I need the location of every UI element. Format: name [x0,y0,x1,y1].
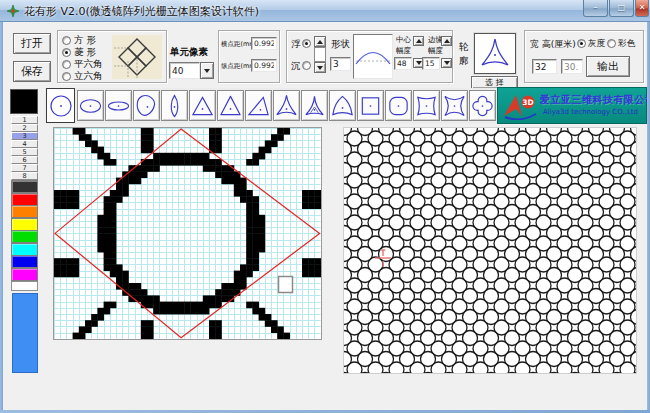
pixel-editor-canvas[interactable] [53,127,322,340]
shape-flat-ellipse-button[interactable] [105,90,132,121]
shape-triangle-button[interactable] [189,90,216,121]
center-amp-input[interactable] [394,57,412,70]
shape-triangle-2-button[interactable] [217,90,244,121]
title-bar[interactable]: 花有形 V2.0(微透镜阵列光栅立体图案设计软件) – □ ✕ [0,0,650,22]
preview-cursor-marker [374,248,392,268]
shape-quatrefoil-button[interactable] [469,90,496,121]
close-button[interactable]: ✕ [635,0,649,17]
outline-label: 轮廓 [459,40,471,69]
edge-amp-down[interactable] [441,58,452,68]
window-border-left [0,22,3,413]
save-button[interactable]: 保存 [13,61,51,82]
company-name-english: Aliya3d technology CO.,Ltd [543,108,638,116]
palette-swatch[interactable] [11,243,38,256]
svg-text:3D: 3D [522,98,533,107]
palette-swatch[interactable] [11,193,38,206]
radio-flat-hex[interactable] [62,60,71,69]
edge-amp-input[interactable] [422,57,440,70]
profile-curve-preview [353,34,393,79]
shape-skew-triangle-button[interactable] [245,90,272,121]
relief-spinner-down[interactable] [314,62,326,73]
arrow-up-icon [317,40,323,44]
unit-pixel-input[interactable] [169,62,200,79]
palette-swatch[interactable] [11,205,38,218]
arrow-down-icon [444,61,450,65]
shape-rounded-square-button[interactable] [385,90,412,121]
layer-item[interactable]: 6 [11,156,38,164]
shape-pillow-square-button[interactable] [413,90,440,121]
shape-leaf-button[interactable] [161,90,188,121]
palette-swatch[interactable] [11,255,38,268]
palette-swatch[interactable] [11,268,38,281]
open-button[interactable]: 打开 [13,33,51,54]
float-label: 浮 [291,38,301,51]
layer-item[interactable]: 4 [11,140,38,148]
shape-circle-button[interactable] [46,88,75,123]
arrangement-preview-icon [112,35,162,79]
shape-tri-star-2-button[interactable] [301,90,328,121]
output-button[interactable]: 输出 [586,56,630,77]
layer-item[interactable]: 2 [11,124,38,132]
edge-amp-up[interactable] [441,36,452,46]
app-icon [6,4,20,18]
palette-swatch[interactable] [11,230,38,243]
shape-tri-star-button[interactable] [273,90,300,121]
arrow-up-icon [416,39,422,43]
shape-square-button[interactable] [357,90,384,121]
company-logo-panel: 3D 爱立亚三维科技有限公司 Aliya3d technology CO.,Lt… [497,87,647,124]
layer-item[interactable]: 5 [11,148,38,156]
color-label: 彩色 [618,38,635,50]
layer-item[interactable]: 3 [11,132,38,140]
arrow-up-icon [444,39,450,43]
company-logo-icon: 3D [501,92,539,120]
sink-label: 沉 [291,60,301,73]
radio-float[interactable] [302,39,311,48]
white-color-swatch[interactable] [11,281,38,291]
palette-swatch[interactable] [11,218,38,231]
shape-concave-square-button[interactable] [441,90,468,121]
export-width-input[interactable] [532,59,557,74]
unit-pixel-dropdown-button[interactable] [200,62,214,79]
arrow-down-icon [317,66,323,70]
arrow-down-icon [416,61,422,65]
radio-square[interactable] [62,36,71,45]
layer-item[interactable]: 7 [11,164,38,172]
shape-count-label: 形状 [331,38,350,51]
export-size-label: 宽 高(厘米) [530,38,576,51]
radio-std-hex-label: 立六角 [74,70,103,83]
company-name: 爱立亚三维科技有限公司 [540,93,650,107]
radio-color[interactable] [607,39,616,48]
shape-count-input[interactable] [330,57,351,71]
center-amp-label: 中心幅度 [396,35,412,56]
application-window: 花有形 V2.0(微透镜阵列光栅立体图案设计软件) – □ ✕ 打开 保存 方 … [0,0,650,413]
radio-grayscale[interactable] [577,39,586,48]
relief-spinner-track[interactable] [314,47,326,62]
outline-shape-preview [474,33,516,74]
chevron-down-icon [204,69,210,73]
maximize-button[interactable]: □ [609,0,634,17]
export-height-input[interactable] [561,59,583,74]
radio-diamond[interactable] [62,48,71,57]
palette-swatch[interactable] [11,180,38,193]
unit-pixel-label: 单元像素 [170,46,208,59]
grayscale-label: 灰度 [588,38,605,50]
layer-item[interactable]: 1 [11,116,38,124]
layer-item[interactable]: 8 [11,172,38,180]
shape-dome-triangle-button[interactable] [329,90,356,121]
sidebar-slider[interactable] [12,293,38,373]
center-amp-up[interactable] [413,36,424,46]
shape-ellipse-button[interactable] [77,90,104,121]
h-pitch-input[interactable] [251,37,277,50]
current-color-swatch[interactable] [10,89,38,114]
radio-sink[interactable] [302,61,311,70]
shape-teardrop-button[interactable] [133,90,160,121]
relief-spinner-up[interactable] [314,36,326,47]
radio-std-hex[interactable] [62,72,71,81]
minimize-button[interactable]: – [583,0,608,17]
window-title: 花有形 V2.0(微透镜阵列光栅立体图案设计软件) [24,4,259,19]
v-pitch-input[interactable] [251,59,277,72]
